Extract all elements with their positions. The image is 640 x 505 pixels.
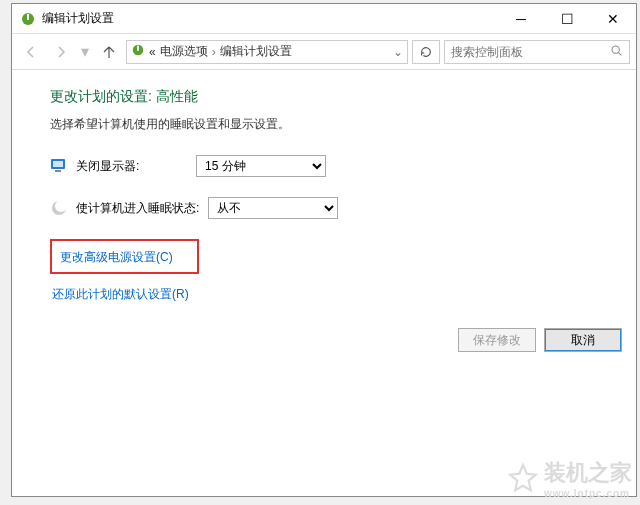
search-icon[interactable] [610,43,623,61]
window-frame: 编辑计划设置 ─ ☐ ✕ ▾ « 电源选项 › 编辑计划设置 ⌄ [11,3,637,497]
svg-point-4 [612,46,619,53]
highlight-box: 更改高级电源设置(C) [50,239,199,274]
monitor-icon [50,157,68,175]
titlebar: 编辑计划设置 ─ ☐ ✕ [12,4,636,34]
navigation-bar: ▾ « 电源选项 › 编辑计划设置 ⌄ [12,34,636,70]
breadcrumb-item-1[interactable]: 电源选项 [160,43,208,60]
search-input[interactable] [451,45,610,59]
restore-defaults-link[interactable]: 还原此计划的默认设置(R) [52,286,189,303]
refresh-button[interactable] [412,40,440,64]
breadcrumb-icon [131,43,145,60]
advanced-power-link[interactable]: 更改高级电源设置(C) [60,250,173,264]
breadcrumb-prefix: « [149,45,156,59]
window-title: 编辑计划设置 [42,10,498,27]
save-button[interactable]: 保存修改 [458,328,536,352]
svg-rect-3 [137,46,139,51]
address-dropdown-icon[interactable]: ⌄ [393,45,403,59]
svg-line-5 [619,52,622,55]
moon-icon [50,199,68,217]
page-subheading: 选择希望计算机使用的睡眠设置和显示设置。 [50,116,612,133]
svg-rect-1 [27,14,29,20]
page-heading: 更改计划的设置: 高性能 [50,88,612,106]
sleep-select[interactable]: 从不 [208,197,338,219]
cancel-button[interactable]: 取消 [544,328,622,352]
up-button[interactable] [96,39,122,65]
content-area: 更改计划的设置: 高性能 选择希望计算机使用的睡眠设置和显示设置。 关闭显示器:… [12,70,636,496]
row-sleep: 使计算机进入睡眠状态: 从不 [50,197,612,219]
svg-rect-7 [53,161,63,167]
forward-button[interactable] [48,39,74,65]
maximize-button[interactable]: ☐ [544,4,590,33]
search-box[interactable] [444,40,630,64]
row-display-off: 关闭显示器: 15 分钟 [50,155,612,177]
back-button[interactable] [18,39,44,65]
app-icon [20,11,36,27]
window-controls: ─ ☐ ✕ [498,4,636,33]
recent-button[interactable]: ▾ [78,39,92,65]
minimize-button[interactable]: ─ [498,4,544,33]
svg-rect-8 [55,170,61,172]
close-button[interactable]: ✕ [590,4,636,33]
breadcrumb-sep: › [212,45,216,59]
breadcrumb-item-2[interactable]: 编辑计划设置 [220,43,292,60]
address-bar[interactable]: « 电源选项 › 编辑计划设置 ⌄ [126,40,408,64]
button-row: 保存修改 取消 [458,328,622,352]
sleep-label: 使计算机进入睡眠状态: [76,200,208,217]
display-off-select[interactable]: 15 分钟 [196,155,326,177]
svg-point-10 [55,200,67,212]
display-off-label: 关闭显示器: [76,158,196,175]
